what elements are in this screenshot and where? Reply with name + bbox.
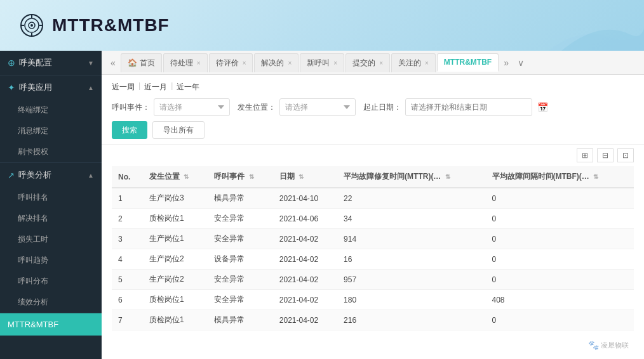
app-icon: ✦	[8, 82, 15, 93]
tab-followed-label: 关注的	[398, 58, 421, 69]
tab-bar: « 🏠 首页 待处理 × 待评价 × 解决的 × 新呼叫 × 提交	[102, 51, 644, 75]
export-button[interactable]: 导出所有	[152, 121, 205, 139]
table-toolbar: ⊞ ⊟ ⊡	[102, 145, 644, 166]
cell-mtbf: 0	[486, 270, 634, 290]
app-caret: ▲	[88, 84, 94, 91]
cell-no: 3	[112, 229, 143, 249]
tab-new-call-label: 新呼叫	[307, 58, 330, 69]
tab-pending-close[interactable]: ×	[197, 60, 201, 67]
config-icon: ⊕	[8, 58, 15, 68]
col-date[interactable]: 日期 ⇅	[273, 166, 337, 188]
time-sep-2: |	[171, 81, 173, 93]
search-button[interactable]: 搜索	[112, 121, 147, 139]
logo-icon	[19, 13, 44, 38]
sidebar-item-message-bind[interactable]: 消息绑定	[0, 121, 102, 141]
cell-location: 生产岗位1	[143, 229, 208, 249]
time-filter: 近一周 | 近一月 | 近一年	[112, 81, 634, 93]
sort-icon-mttr: ⇅	[445, 173, 450, 180]
table-row: 6 质检岗位1 安全异常 2021-04-02 180 408	[112, 290, 634, 310]
table-container: No. 发生位置 ⇅ 呼叫事件 ⇅ 日期 ⇅	[102, 166, 644, 359]
cell-date: 2021-04-02	[273, 249, 337, 270]
sidebar-app-label: 呼美应用	[19, 82, 52, 93]
tab-new-call[interactable]: 新呼叫 ×	[300, 53, 344, 72]
tab-pending-label: 待处理	[170, 58, 193, 69]
sidebar-section-app: ✦ 呼美应用 ▲ 终端绑定 消息绑定 刷卡授权	[0, 75, 102, 163]
table-row: 1 生产岗位3 模具异常 2021-04-10 22 0	[112, 188, 634, 209]
filter-group-date: 起止日期： 📅	[363, 98, 548, 116]
sidebar-item-call-rank[interactable]: 呼叫排名	[0, 187, 102, 208]
cell-location: 质检岗位1	[143, 209, 208, 229]
sidebar-item-call-trend[interactable]: 呼叫趋势	[0, 250, 102, 271]
time-sep-1: |	[138, 81, 140, 93]
sort-icon-mtbf: ⇅	[593, 173, 598, 180]
cell-location: 质检岗位1	[143, 310, 208, 330]
tab-new-call-close[interactable]: ×	[333, 60, 337, 67]
sidebar-item-lost-hours[interactable]: 损失工时	[0, 229, 102, 250]
col-location[interactable]: 发生位置 ⇅	[143, 166, 208, 188]
col-mtbf[interactable]: 平均故障间隔时间(MTBF)(… ⇅	[486, 166, 634, 188]
tab-submitted-close[interactable]: ×	[379, 60, 383, 67]
time-btn-week[interactable]: 近一周	[112, 81, 135, 93]
tab-nav-right[interactable]: »	[500, 55, 513, 70]
cell-mtbf: 0	[486, 310, 634, 330]
time-btn-year[interactable]: 近一年	[177, 81, 199, 93]
col-mttr[interactable]: 平均故障修复时间(MTTR)(… ⇅	[337, 166, 485, 188]
tab-resolved[interactable]: 解决的 ×	[254, 53, 299, 72]
sidebar-item-call-dist[interactable]: 呼叫分布	[0, 271, 102, 292]
cell-event: 安全异常	[208, 209, 272, 229]
filter-date-input[interactable]	[405, 98, 532, 116]
table-tool-grid[interactable]: ⊞	[577, 148, 593, 162]
tab-resolved-close[interactable]: ×	[288, 60, 292, 67]
tab-home[interactable]: 🏠 首页	[121, 53, 162, 72]
sidebar-header-app[interactable]: ✦ 呼美应用 ▲	[0, 75, 102, 100]
sidebar-section-config: ⊕ 呼美配置 ▼	[0, 51, 102, 75]
cell-no: 2	[112, 209, 143, 229]
table-tool-export[interactable]: ⊡	[617, 148, 634, 162]
filter-actions: 搜索 导出所有	[112, 121, 634, 139]
content-area: « 🏠 首页 待处理 × 待评价 × 解决的 × 新呼叫 × 提交	[102, 51, 644, 359]
tab-submitted[interactable]: 提交的 ×	[345, 53, 390, 72]
tab-resolved-label: 解决的	[261, 58, 284, 69]
sidebar: ⊕ 呼美配置 ▼ ✦ 呼美应用 ▲ 终端绑定 消息绑定 刷卡授权	[0, 51, 102, 359]
filter-location-label: 发生位置：	[238, 102, 276, 113]
filter-event-select[interactable]: 请选择	[154, 98, 230, 116]
filter-location-select[interactable]: 请选择	[279, 98, 356, 116]
cell-mttr: 957	[337, 270, 485, 290]
sidebar-item-performance[interactable]: 绩效分析	[0, 292, 102, 313]
table-header-row: No. 发生位置 ⇅ 呼叫事件 ⇅ 日期 ⇅	[112, 166, 634, 188]
tab-pending[interactable]: 待处理 ×	[163, 53, 208, 72]
col-event[interactable]: 呼叫事件 ⇅	[208, 166, 272, 188]
data-table: No. 发生位置 ⇅ 呼叫事件 ⇅ 日期 ⇅	[112, 166, 634, 330]
cell-mttr: 914	[337, 229, 485, 249]
wave-decoration	[422, 0, 644, 51]
logo-area: MTTR&MTBF	[19, 13, 170, 38]
sidebar-analysis-label: 呼美分析	[18, 169, 51, 181]
cell-no: 6	[112, 290, 143, 310]
cell-date: 2021-04-02	[273, 270, 337, 290]
cell-date: 2021-04-02	[273, 310, 337, 330]
sidebar-item-mttr-mtbf[interactable]: MTTR&MTBF	[0, 313, 102, 336]
table-tool-print[interactable]: ⊟	[597, 148, 614, 162]
sort-icon-event: ⇅	[249, 173, 254, 180]
tab-nav-left[interactable]: «	[107, 55, 119, 70]
watermark-text: 凌犀物联	[601, 341, 629, 350]
tab-followed-close[interactable]: ×	[425, 60, 429, 67]
sidebar-item-terminal-bind[interactable]: 终端绑定	[0, 100, 102, 121]
sidebar-app-submenu: 终端绑定 消息绑定 刷卡授权	[0, 100, 102, 162]
sidebar-header-analysis[interactable]: ↗ 呼美分析 ▲	[0, 163, 102, 187]
tab-mttr[interactable]: MTTR&MTBF	[437, 53, 499, 72]
watermark-icon: 🐾	[588, 340, 599, 350]
sidebar-header-config[interactable]: ⊕ 呼美配置 ▼	[0, 51, 102, 75]
analysis-icon: ↗	[8, 171, 15, 180]
filter-date-label: 起止日期：	[363, 102, 401, 113]
sidebar-item-card-auth[interactable]: 刷卡授权	[0, 141, 102, 162]
tab-followed[interactable]: 关注的 ×	[391, 53, 436, 72]
time-btn-month[interactable]: 近一月	[144, 81, 167, 93]
cell-location: 生产岗位2	[143, 249, 208, 270]
cell-date: 2021-04-02	[273, 229, 337, 249]
tab-evaluate-close[interactable]: ×	[243, 60, 246, 67]
cell-event: 模具异常	[208, 188, 272, 209]
sidebar-item-resolve-rank[interactable]: 解决排名	[0, 208, 102, 229]
tab-nav-down[interactable]: ∨	[514, 55, 528, 70]
tab-evaluate[interactable]: 待评价 ×	[209, 53, 253, 72]
